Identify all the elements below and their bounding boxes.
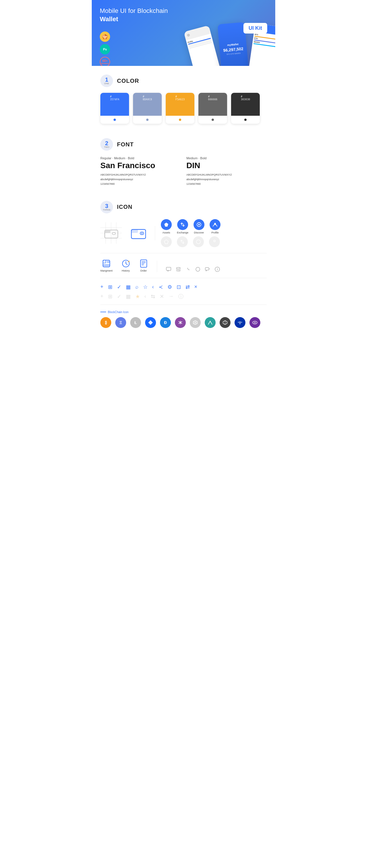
svg-point-10 bbox=[141, 232, 142, 234]
svg-point-33 bbox=[176, 267, 180, 269]
svg-point-17 bbox=[214, 240, 215, 242]
settings-icon: ⚙ bbox=[167, 284, 172, 290]
font-section: 2 TWO FONT Regular · Medium · Bold San F… bbox=[92, 129, 275, 192]
blockchain-label: BlockChain Icon bbox=[101, 311, 266, 314]
order-icon: Order bbox=[139, 259, 148, 272]
plus-ghost-icon: + bbox=[101, 293, 104, 299]
crypto-coins-row: ₿ Ξ Ł Ð bbox=[101, 317, 266, 328]
svg-point-40 bbox=[217, 268, 218, 269]
blockchain-line bbox=[101, 312, 106, 312]
section-num-2: 2 TWO bbox=[101, 138, 113, 151]
unknown-coin-1 bbox=[145, 317, 156, 328]
font-grid: Regular · Medium · Bold San Francisco AB… bbox=[101, 156, 266, 186]
discover-icon-ghost bbox=[193, 236, 204, 247]
plus-icon: + bbox=[101, 284, 104, 290]
nav-icons-group: Assets Exchange Discover bbox=[161, 219, 221, 247]
management-icon: Mangment bbox=[101, 259, 113, 272]
section-num-3: 3 THREE bbox=[101, 201, 113, 213]
ui-kit-badge: UI Kit bbox=[244, 23, 267, 33]
moon-icon bbox=[185, 267, 191, 272]
color-section: 1 ONE COLOR #3574FA #8DA0C8 #F5A623 #666… bbox=[92, 66, 275, 129]
export-icon: ⊡ bbox=[177, 284, 181, 290]
wallet-filled-icon bbox=[128, 222, 149, 244]
close-icon: × bbox=[194, 284, 198, 290]
svg-marker-41 bbox=[148, 320, 153, 325]
assets-icon-ghost bbox=[161, 236, 172, 247]
swatch-slate: #8DA0C8 bbox=[133, 93, 162, 124]
bitcoin-coin: ₿ bbox=[101, 317, 111, 328]
swatch-gray: #666666 bbox=[198, 93, 227, 124]
icon-main-row: Assets Exchange Discover bbox=[101, 219, 266, 247]
x-ghost-icon: ✕ bbox=[160, 293, 164, 300]
screens-badge: 60+ Screens bbox=[100, 57, 110, 66]
font-sf: Regular · Medium · Bold San Francisco AB… bbox=[101, 156, 181, 186]
sushiswap-coin bbox=[250, 317, 260, 328]
svg-marker-11 bbox=[164, 223, 168, 226]
icon-label: ICON bbox=[117, 204, 133, 210]
share-icon: ≺ bbox=[159, 284, 163, 290]
exchange-icon-ghost bbox=[177, 236, 188, 247]
tool-icons-ghost-row: + ⊞ ✓ ▦ ★ ‹ ⇆ ✕ → ⓘ bbox=[101, 293, 266, 300]
svg-rect-8 bbox=[131, 229, 138, 232]
chat-icon bbox=[166, 267, 171, 272]
history-icon: History bbox=[121, 259, 131, 272]
svg-line-26 bbox=[126, 264, 127, 265]
section-num-1: 1 ONE bbox=[101, 74, 113, 87]
color-label: COLOR bbox=[117, 78, 139, 84]
font-section-header: 2 TWO FONT bbox=[101, 138, 266, 151]
swap-icon: ⇄ bbox=[186, 284, 190, 290]
svg-rect-35 bbox=[205, 268, 209, 270]
sketch-badge bbox=[100, 32, 110, 42]
zcash-coin bbox=[175, 317, 186, 328]
icon-divider-3 bbox=[101, 305, 266, 305]
matic-coin bbox=[234, 317, 246, 328]
tool-icons-row: + ⊞ ✓ ▦ ⌕ ☆ ‹ ≺ ⚙ ⊡ ⇄ × bbox=[101, 284, 266, 290]
ethereum-coin: Ξ bbox=[115, 317, 126, 328]
arrow-ghost-icon: → bbox=[169, 293, 174, 299]
star-icon: ☆ bbox=[143, 284, 148, 290]
swatch-dark: #303030 bbox=[231, 93, 260, 124]
svg-point-16 bbox=[196, 240, 200, 244]
ps-badge: Ps bbox=[100, 44, 110, 55]
grid-icon: ⊞ bbox=[108, 284, 112, 290]
icon-section: 3 THREE ICON bbox=[92, 192, 275, 334]
font-din: Medium · Bold DIN ABCDEFGHIJKLMNOPQRSTUV… bbox=[186, 156, 266, 186]
info-ghost-icon: ⓘ bbox=[178, 293, 184, 300]
icon-divider-1 bbox=[101, 253, 266, 253]
svg-point-34 bbox=[196, 267, 200, 271]
profile-icon-nav: Profile bbox=[209, 219, 221, 234]
qr-icon: ▦ bbox=[126, 284, 131, 290]
swatch-blue: #3574FA bbox=[101, 93, 129, 124]
hero-badges: Ps 60+ Screens bbox=[100, 32, 110, 66]
svg-marker-15 bbox=[164, 240, 168, 244]
bottom-nav-icons: Mangment History Order bbox=[101, 259, 266, 272]
svg-rect-32 bbox=[166, 267, 171, 271]
back-ghost-icon: ‹ bbox=[144, 293, 146, 299]
hero-section: Mobile UI for Blockchain Wallet UI Kit P… bbox=[92, 0, 275, 66]
litecoin-coin: Ł bbox=[130, 317, 141, 328]
svg-point-14 bbox=[214, 223, 216, 225]
svg-point-52 bbox=[254, 322, 256, 323]
grid-ghost-icon: ⊞ bbox=[108, 293, 112, 300]
color-section-header: 1 ONE COLOR bbox=[101, 74, 266, 87]
check-icon: ✓ bbox=[117, 284, 121, 290]
info-icon bbox=[215, 267, 220, 272]
assets-icon-nav: Assets bbox=[161, 219, 172, 234]
qr-ghost-icon: ▦ bbox=[126, 293, 131, 300]
back-icon: ‹ bbox=[152, 284, 154, 290]
waves-coin bbox=[205, 317, 216, 328]
wallet-wireframe-icon bbox=[101, 222, 122, 244]
hero-title: Mobile UI for Blockchain Wallet bbox=[100, 7, 180, 23]
icon-divider-2 bbox=[101, 278, 266, 278]
grid-coin bbox=[190, 317, 201, 328]
kyber-coin bbox=[220, 317, 230, 328]
search-icon: ⌕ bbox=[135, 284, 139, 290]
profile-icon-ghost bbox=[209, 236, 220, 247]
circle-icon bbox=[195, 267, 201, 272]
stack-icon bbox=[175, 267, 181, 272]
check-ghost-icon: ✓ bbox=[117, 293, 121, 300]
svg-rect-27 bbox=[140, 260, 147, 267]
exchange-icon-nav: Exchange bbox=[177, 219, 188, 234]
icon-section-header: 3 THREE ICON bbox=[101, 201, 266, 213]
message-icon bbox=[205, 267, 210, 272]
